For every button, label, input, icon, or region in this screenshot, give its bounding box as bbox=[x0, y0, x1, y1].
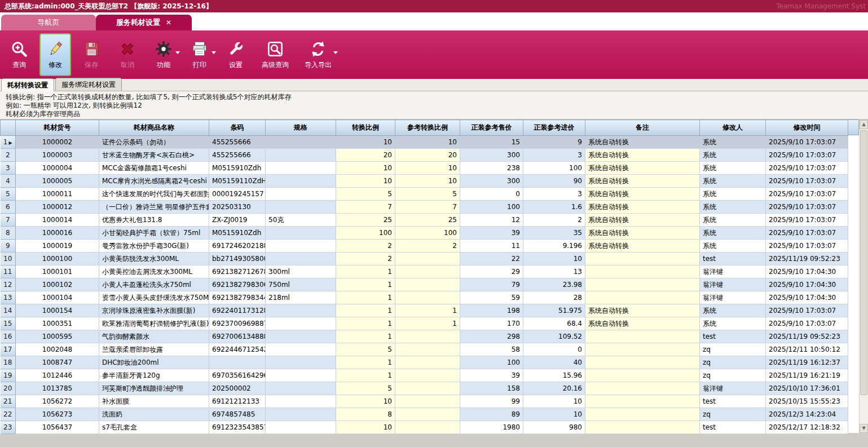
cell[interactable]: bb27149305800 bbox=[209, 253, 266, 265]
table-row[interactable]: 221056273洗面奶697485748588910zq2025/12/3 1… bbox=[1, 408, 848, 421]
cell[interactable]: 9 bbox=[523, 136, 585, 149]
cell[interactable]: 10 bbox=[523, 408, 585, 421]
row-number[interactable]: 11 bbox=[1, 265, 16, 278]
row-number[interactable]: 3 bbox=[1, 162, 16, 175]
cell[interactable]: 系统自动转换 bbox=[585, 304, 700, 317]
cell[interactable]: 翁洋键 bbox=[700, 382, 766, 395]
cell[interactable]: 1000154 bbox=[16, 304, 99, 317]
table-row[interactable]: 1▶1000002证件公示条码（勿动）4552556661010159系统自动转… bbox=[1, 136, 848, 149]
toolbar-button-print[interactable]: 打印 bbox=[184, 33, 215, 76]
toolbar-button-save[interactable]: 保存 bbox=[76, 33, 107, 76]
cell[interactable] bbox=[395, 278, 460, 291]
cell[interactable]: 25 bbox=[336, 214, 395, 227]
toolbar-button-advanced-query[interactable]: 高级查询 bbox=[256, 33, 294, 76]
cell[interactable]: 238 bbox=[460, 162, 523, 175]
toolbar-button-cancel[interactable]: 取消 bbox=[112, 33, 143, 76]
cell[interactable]: 2025/9/10 17:03:07 bbox=[766, 317, 848, 330]
cell[interactable]: zq bbox=[700, 343, 766, 356]
cell[interactable]: 系统自动转换 bbox=[585, 188, 700, 201]
cell[interactable]: 珂芙斯町净透靓颜排浊护理 bbox=[99, 382, 209, 395]
cell[interactable]: test bbox=[700, 330, 766, 343]
row-number[interactable]: 17 bbox=[1, 343, 16, 356]
cell[interactable]: 洗面奶 bbox=[99, 408, 209, 421]
row-number[interactable]: 6 bbox=[1, 201, 16, 214]
cell[interactable] bbox=[585, 395, 700, 408]
cell[interactable] bbox=[395, 395, 460, 408]
cell[interactable]: 6917246202188 bbox=[209, 240, 266, 253]
cell[interactable]: 10 bbox=[336, 421, 395, 434]
cell[interactable]: 1 bbox=[336, 317, 395, 330]
cell[interactable]: 1 bbox=[395, 317, 460, 330]
row-number[interactable]: 5 bbox=[1, 188, 16, 201]
cell[interactable]: 曼秀雷敦水份护手霜30G(新) bbox=[99, 240, 209, 253]
cell[interactable]: 20.16 bbox=[523, 382, 585, 395]
chevron-down-icon[interactable] bbox=[333, 51, 338, 54]
table-row[interactable]: 121000102小黄人丰盈蓬松洗头水750ml6921382798306750… bbox=[1, 278, 848, 291]
cell[interactable]: 10 bbox=[395, 136, 460, 149]
cell[interactable]: 系统 bbox=[700, 240, 766, 253]
cell[interactable]: 1 bbox=[336, 356, 395, 369]
tab-service-consumables[interactable]: 服务耗材设置 ✕ bbox=[96, 15, 192, 30]
cell[interactable]: 2 bbox=[336, 240, 395, 253]
cell[interactable]: 5 bbox=[336, 343, 395, 356]
cell[interactable] bbox=[209, 356, 266, 369]
cell[interactable]: 小黄美控油去屑洗发水300ML bbox=[99, 265, 209, 278]
cell[interactable] bbox=[266, 201, 336, 214]
cell[interactable]: 6922446712542 bbox=[209, 343, 266, 356]
cell[interactable]: 170 bbox=[460, 317, 523, 330]
cell[interactable]: 1000595 bbox=[16, 330, 99, 343]
cell[interactable]: 100 bbox=[395, 227, 460, 240]
toolbar-button-function[interactable]: 功能 bbox=[148, 33, 179, 76]
cell[interactable]: 300ml bbox=[266, 265, 336, 278]
cell[interactable]: 40 bbox=[523, 356, 585, 369]
cell[interactable]: 系统自动转换 bbox=[585, 201, 700, 214]
row-number[interactable]: 14 bbox=[1, 304, 16, 317]
cell[interactable] bbox=[585, 382, 700, 395]
cell[interactable] bbox=[266, 369, 336, 382]
column-header-3[interactable]: 条码 bbox=[209, 120, 266, 136]
cell[interactable]: 58 bbox=[460, 343, 523, 356]
cell[interactable]: 系统自动转换 bbox=[585, 214, 700, 227]
cell[interactable]: 2025/9/10 17:03:07 bbox=[766, 201, 848, 214]
cell[interactable]: 298 bbox=[460, 330, 523, 343]
cell[interactable]: 202500002 bbox=[209, 382, 266, 395]
cell[interactable]: 99 bbox=[460, 395, 523, 408]
cell[interactable]: 1000016 bbox=[16, 227, 99, 240]
cell[interactable] bbox=[266, 149, 336, 162]
cell[interactable]: 系统 bbox=[700, 188, 766, 201]
cell[interactable]: 优惠券大礼包131.8 bbox=[99, 214, 209, 227]
cell[interactable]: 京润珍珠原液密集补水面膜(新) bbox=[99, 304, 209, 317]
cell[interactable]: 300 bbox=[460, 175, 523, 188]
cell[interactable]: 455255666 bbox=[209, 149, 266, 162]
chevron-down-icon[interactable] bbox=[212, 51, 216, 54]
cell[interactable]: 系统自动转换 bbox=[585, 227, 700, 240]
cell[interactable]: 1000351 bbox=[16, 317, 99, 330]
cell[interactable]: 202503130 bbox=[209, 201, 266, 214]
cell[interactable]: 2025/9/10 17:03:07 bbox=[766, 214, 848, 227]
cell[interactable] bbox=[395, 265, 460, 278]
cell[interactable]: 1.6 bbox=[523, 201, 585, 214]
cell[interactable]: 补水面膜 bbox=[99, 395, 209, 408]
cell[interactable]: 980 bbox=[523, 421, 585, 434]
toolbar-button-query[interactable]: 查询 bbox=[3, 33, 35, 76]
column-header-10[interactable]: 修改人 bbox=[700, 120, 766, 136]
cell[interactable] bbox=[266, 136, 336, 149]
cell[interactable]: （一口价）雅诗兰黛 明星修护五件套 bbox=[99, 201, 209, 214]
cell[interactable]: 6970356164296 bbox=[209, 369, 266, 382]
table-row[interactable]: 181008747DHC卸妆油200ml110040zq2025/11/19 1… bbox=[1, 356, 848, 369]
cell[interactable]: 6921382798306 bbox=[209, 278, 266, 291]
cell[interactable] bbox=[266, 175, 336, 188]
table-row[interactable]: 171002048兰蔻亲柔唇部卸妆露69224467125425580zq202… bbox=[1, 343, 848, 356]
table-row[interactable]: 211056272补水面膜69121212133109910test2025/1… bbox=[1, 395, 848, 408]
cell[interactable]: 1056437 bbox=[16, 421, 99, 434]
cell[interactable]: 1000102 bbox=[16, 278, 99, 291]
cell[interactable]: 39 bbox=[460, 227, 523, 240]
cell[interactable]: 2025/9/10 17:03:07 bbox=[766, 188, 848, 201]
row-number[interactable]: 12 bbox=[1, 278, 16, 291]
cell[interactable]: 2025/11/19 09:52:23 bbox=[766, 330, 848, 343]
row-number[interactable]: 19 bbox=[1, 369, 16, 382]
cell[interactable]: 1000100 bbox=[16, 253, 99, 265]
cell[interactable] bbox=[266, 330, 336, 343]
cell[interactable]: 750ml bbox=[266, 278, 336, 291]
cell[interactable]: 这个快速发展的时代我们每天都面對 bbox=[99, 188, 209, 201]
